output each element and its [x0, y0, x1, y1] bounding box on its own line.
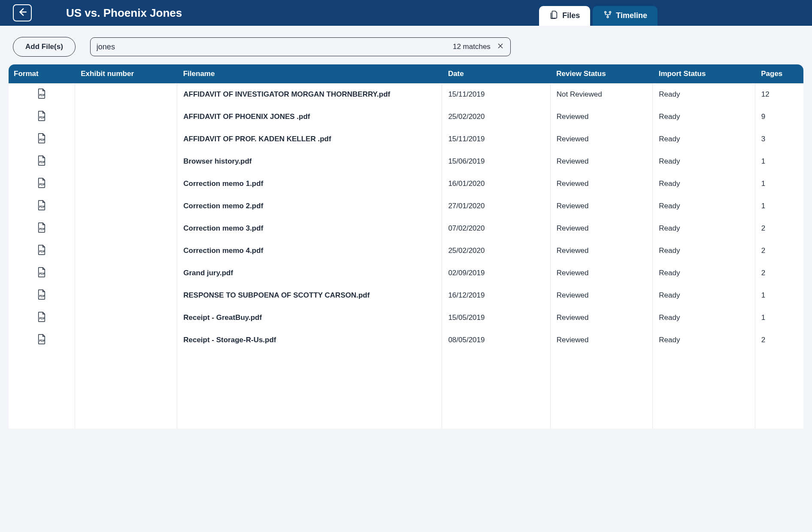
col-header-exhibit[interactable]: Exhibit number [75, 64, 177, 83]
cell-exhibit [75, 217, 177, 240]
cell-date: 08/05/2019 [442, 329, 550, 351]
pdf-icon: PDF [36, 289, 47, 301]
cell-review: Reviewed [550, 150, 652, 173]
col-header-review[interactable]: Review Status [550, 64, 652, 83]
cell-exhibit [75, 106, 177, 128]
cell-import: Ready [653, 195, 755, 217]
cell-review: Reviewed [550, 195, 652, 217]
table-filler-row [9, 351, 803, 429]
cell-filename: Correction memo 1.pdf [177, 173, 442, 195]
cell-pages: 2 [755, 240, 803, 262]
cell-review: Reviewed [550, 284, 652, 307]
app-root: US vs. Phoenix Jones Files Timeline Add … [0, 0, 812, 532]
svg-point-2 [607, 16, 609, 18]
cell-exhibit [75, 150, 177, 173]
cell-pages: 2 [755, 217, 803, 240]
pdf-icon: PDF [36, 244, 47, 256]
svg-text:PDF: PDF [39, 339, 45, 342]
pdf-icon: PDF [36, 311, 47, 323]
cell-exhibit [75, 262, 177, 284]
svg-text:PDF: PDF [39, 94, 45, 97]
cell-review: Reviewed [550, 128, 652, 150]
cell-filename: Correction memo 3.pdf [177, 217, 442, 240]
cell-review: Reviewed [550, 262, 652, 284]
cell-review: Reviewed [550, 106, 652, 128]
table-row[interactable]: PDFCorrection memo 1.pdf16/01/2020Review… [9, 173, 803, 195]
view-tabs: Files Timeline [539, 6, 657, 26]
table-row[interactable]: PDFCorrection memo 2.pdf27/01/2020Review… [9, 195, 803, 217]
pdf-icon: PDF [36, 177, 47, 189]
col-header-pages[interactable]: Pages [755, 64, 803, 83]
cell-date: 15/06/2019 [442, 150, 550, 173]
cell-import: Ready [653, 262, 755, 284]
tab-timeline[interactable]: Timeline [593, 6, 657, 26]
cell-pages: 1 [755, 284, 803, 307]
search-match-count: 12 matches [453, 43, 491, 51]
cell-import: Ready [653, 83, 755, 106]
cell-exhibit [75, 128, 177, 150]
table-row[interactable]: PDFAFFIDAVIT OF PROF. KADEN KELLER .pdf1… [9, 128, 803, 150]
col-header-filename[interactable]: Filename [177, 64, 442, 83]
cell-pages: 1 [755, 195, 803, 217]
table-row[interactable]: PDFAFFIDAVIT OF PHOENIX JONES .pdf25/02/… [9, 106, 803, 128]
search-clear-button[interactable] [497, 43, 504, 51]
pdf-icon: PDF [36, 155, 47, 167]
svg-text:PDF: PDF [39, 228, 45, 231]
table-row[interactable]: PDFReceipt - GreatBuy.pdf15/05/2019Revie… [9, 307, 803, 329]
pdf-icon: PDF [36, 333, 47, 345]
cell-pages: 1 [755, 307, 803, 329]
table-row[interactable]: PDFGrand jury.pdf02/09/2019ReviewedReady… [9, 262, 803, 284]
cell-import: Ready [653, 284, 755, 307]
cell-filename: Receipt - Storage-R-Us.pdf [177, 329, 442, 351]
cell-format: PDF [9, 284, 75, 307]
cell-filename: Grand jury.pdf [177, 262, 442, 284]
cell-exhibit [75, 240, 177, 262]
add-files-button[interactable]: Add File(s) [13, 37, 76, 57]
table-row[interactable]: PDFCorrection memo 3.pdf07/02/2020Review… [9, 217, 803, 240]
table-row[interactable]: PDFCorrection memo 4.pdf25/02/2020Review… [9, 240, 803, 262]
cell-format: PDF [9, 173, 75, 195]
cell-review: Reviewed [550, 329, 652, 351]
search-input[interactable] [97, 43, 453, 52]
cell-filename: Correction memo 4.pdf [177, 240, 442, 262]
cell-import: Ready [653, 150, 755, 173]
svg-text:PDF: PDF [39, 138, 45, 141]
col-header-format[interactable]: Format [9, 64, 75, 83]
header-bar: US vs. Phoenix Jones Files Timeline [0, 0, 812, 26]
toolbar: Add File(s) 12 matches [0, 26, 812, 64]
cell-format: PDF [9, 150, 75, 173]
cell-exhibit [75, 83, 177, 106]
tab-files[interactable]: Files [539, 6, 590, 26]
svg-text:PDF: PDF [39, 295, 45, 298]
table-row[interactable]: PDFReceipt - Storage-R-Us.pdf08/05/2019R… [9, 329, 803, 351]
timeline-icon [603, 10, 612, 21]
svg-text:PDF: PDF [39, 205, 45, 208]
svg-point-1 [609, 11, 611, 13]
table-row[interactable]: PDFBrowser history.pdf15/06/2019Reviewed… [9, 150, 803, 173]
cell-review: Reviewed [550, 173, 652, 195]
col-header-date[interactable]: Date [442, 64, 550, 83]
table-row[interactable]: PDFRESPONSE TO SUBPOENA OF SCOTTY CARSON… [9, 284, 803, 307]
cell-format: PDF [9, 83, 75, 106]
table-row[interactable]: PDFAFFIDAVIT OF INVESTIGATOR MORGAN THOR… [9, 83, 803, 106]
cell-import: Ready [653, 173, 755, 195]
cell-exhibit [75, 307, 177, 329]
table-header-row: Format Exhibit number Filename Date Revi… [9, 64, 803, 83]
back-button[interactable] [13, 4, 32, 21]
cell-pages: 1 [755, 150, 803, 173]
close-icon [497, 43, 504, 51]
cell-import: Ready [653, 329, 755, 351]
table-body: PDFAFFIDAVIT OF INVESTIGATOR MORGAN THOR… [9, 83, 803, 429]
cell-exhibit [75, 173, 177, 195]
tab-files-label: Files [562, 11, 580, 20]
cell-filename: Browser history.pdf [177, 150, 442, 173]
cell-format: PDF [9, 217, 75, 240]
cell-import: Ready [653, 128, 755, 150]
cell-date: 16/12/2019 [442, 284, 550, 307]
col-header-import[interactable]: Import Status [653, 64, 755, 83]
svg-text:PDF: PDF [39, 161, 45, 164]
arrow-left-icon [17, 6, 28, 19]
pdf-icon: PDF [36, 199, 47, 211]
files-table-wrap: Format Exhibit number Filename Date Revi… [9, 64, 803, 429]
cell-import: Ready [653, 217, 755, 240]
